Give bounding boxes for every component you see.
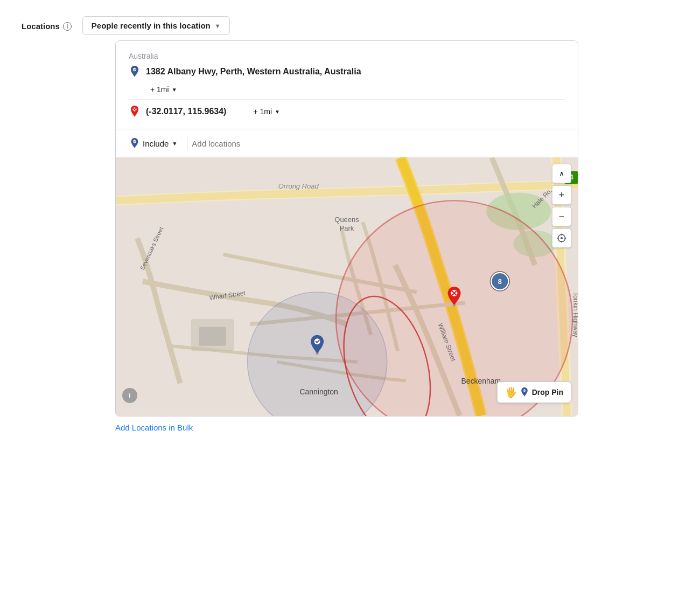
secondary-radius-btn[interactable]: + 1mi ▼ — [248, 105, 285, 118]
blue-pin-icon — [129, 66, 141, 78]
primary-location-entry: 1382 Albany Hwy, Perth, Western Australi… — [129, 66, 565, 78]
drop-pin-btn[interactable]: 🖐 Drop Pin — [497, 381, 571, 403]
info-icon[interactable]: i — [63, 22, 72, 31]
location-type-dropdown[interactable]: People recently in this location ▼ — [82, 16, 230, 35]
locations-label-group: Locations i — [22, 16, 72, 31]
chevron-down-icon: ▼ — [275, 109, 280, 115]
map-zoom-in-btn[interactable]: + — [552, 185, 571, 205]
locations-label-text: Locations — [22, 22, 60, 31]
primary-radius-btn[interactable]: + 1mi ▼ — [145, 83, 183, 96]
svg-text:Tonkin Highway: Tonkin Highway — [572, 292, 578, 337]
drop-pin-label: Drop Pin — [532, 388, 563, 397]
svg-rect-9 — [199, 327, 226, 346]
location-panel: Australia 1382 Albany Hwy, Perth, Wester… — [115, 40, 578, 416]
chevron-down-icon: ▼ — [215, 23, 221, 29]
chevron-down-icon: ▼ — [172, 87, 177, 93]
info-icon: i — [129, 392, 130, 399]
svg-text:Park: Park — [340, 224, 354, 232]
svg-text:Orrong Road: Orrong Road — [278, 182, 319, 190]
vertical-divider — [187, 137, 187, 150]
secondary-radius-value: + 1mi — [253, 107, 272, 116]
map-container: Orrong Road Queens Park Hale Ro... Seven… — [116, 157, 578, 416]
map-location-btn[interactable] — [552, 228, 571, 248]
svg-text:8: 8 — [498, 277, 502, 286]
target-icon — [556, 233, 567, 244]
map-zoom-out-btn[interactable]: − — [552, 207, 571, 226]
secondary-location-coords: (-32.0117, 115.9634) — [146, 107, 226, 116]
include-btn[interactable]: Include ▼ — [124, 135, 183, 152]
svg-text:Cannington: Cannington — [299, 387, 338, 396]
primary-location-name: 1382 Albany Hwy, Perth, Western Australi… — [146, 67, 361, 77]
include-pin-icon — [130, 138, 139, 149]
country-label: Australia — [129, 52, 565, 60]
map-zoom-up-btn[interactable]: ∧ — [552, 164, 571, 183]
drop-pin-icon — [520, 387, 529, 397]
svg-point-29 — [314, 338, 320, 344]
svg-point-34 — [453, 303, 456, 307]
map-info-btn[interactable]: i — [122, 388, 137, 403]
map-svg: Orrong Road Queens Park Hale Ro... Seven… — [116, 157, 578, 416]
svg-text:Queens: Queens — [334, 216, 359, 224]
add-locations-input[interactable] — [192, 139, 569, 148]
zoom-out-icon: − — [559, 211, 565, 223]
secondary-location-entry: (-32.0117, 115.9634) + 1mi ▼ — [129, 99, 565, 118]
hand-icon: 🖐 — [505, 386, 517, 398]
dropdown-label-text: People recently in this location — [92, 21, 211, 30]
locations-section: Locations i People recently in this loca… — [22, 16, 678, 35]
svg-point-36 — [561, 237, 563, 239]
include-label: Include — [143, 139, 169, 148]
add-bulk-link[interactable]: Add Locations in Bulk — [115, 423, 678, 432]
chevron-down-icon: ▼ — [172, 141, 177, 147]
svg-point-30 — [316, 352, 319, 355]
zoom-in-icon: + — [559, 190, 565, 201]
up-arrow-icon: ∧ — [559, 169, 564, 178]
map-controls: ∧ + − — [552, 164, 571, 248]
include-row: Include ▼ — [116, 129, 578, 157]
location-entries: Australia 1382 Albany Hwy, Perth, Wester… — [116, 41, 578, 129]
primary-radius-value: + 1mi — [150, 85, 169, 94]
red-pin-icon — [129, 106, 141, 117]
svg-text:Beckenham: Beckenham — [461, 377, 501, 385]
